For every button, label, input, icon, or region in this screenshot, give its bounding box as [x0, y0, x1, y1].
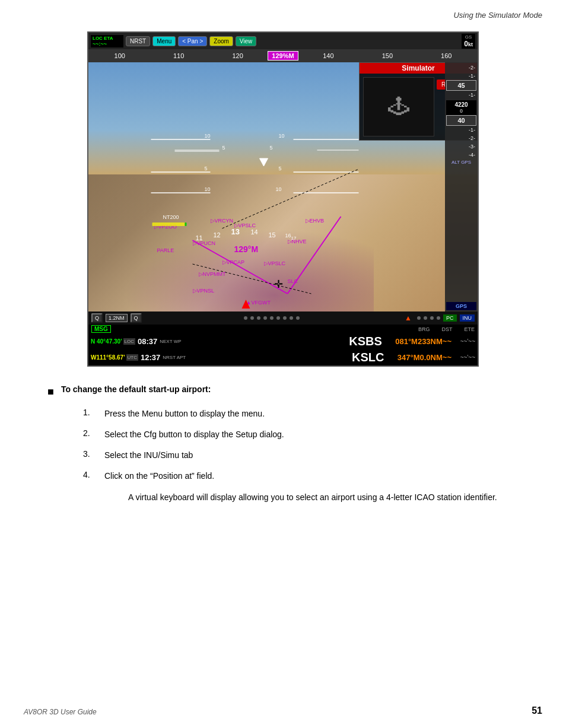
nav-bottom: Q 1.2NM Q ▲ — [88, 311, 478, 325]
zoom-button[interactable]: Zoom — [209, 36, 233, 46]
bullet-section: ■ To change the default start-up airport… — [47, 384, 519, 398]
dist-label: 1.2NM — [106, 314, 128, 322]
gs-label: GS — [464, 34, 473, 40]
step-text-2: Select the Cfg button to display the Set… — [104, 428, 284, 441]
q-button-2[interactable]: Q — [131, 313, 142, 323]
right-tape: -2- -1- 45 -1- 4220 0 40 -1- -2- -3- -4-… — [445, 62, 478, 311]
pc-button[interactable]: PC — [443, 314, 457, 322]
joystick-area: 🕹 — [363, 77, 434, 136]
joystick-icon: 🕹 — [388, 94, 409, 119]
dst-val: 233NM~~ — [418, 337, 451, 346]
speed-160: 160 — [418, 52, 475, 59]
step-num-1: 1. — [83, 408, 95, 420]
avionics-display: LOC ETA ~~:~~ NRST Menu < Pan > Zoom Vie… — [87, 31, 479, 367]
speed-150: 150 — [358, 52, 416, 59]
gs-value: 0kt — [464, 40, 473, 48]
speed-selected: 129%M — [268, 51, 298, 61]
text-content: ■ To change the default start-up airport… — [47, 384, 519, 504]
tape-marker-4c: -4- — [468, 151, 476, 159]
time-utc: 12:37 — [141, 353, 160, 362]
alt-value: 4220 — [447, 101, 475, 108]
step-text-3: Select the INU/Simu tab — [104, 449, 193, 462]
mode-box: GPS — [446, 302, 476, 310]
utc-label: UTC — [126, 354, 138, 361]
tape-marker-1c: -1- — [468, 126, 476, 134]
step-text-1: Press the Menu button to display the men… — [104, 408, 265, 420]
speed-110: 110 — [150, 52, 207, 59]
tape-marker-2c: -2- — [468, 134, 476, 142]
speed-140: 140 — [300, 52, 357, 59]
step-num-2: 2. — [83, 428, 95, 441]
speed-tape: 100 110 120 129%M 140 150 160 — [88, 49, 478, 62]
top-bar: LOC ETA ~~:~~ NRST Menu < Pan > Zoom Vie… — [88, 33, 478, 49]
footer-page: 51 — [532, 705, 542, 716]
pan-button[interactable]: < Pan > — [178, 36, 207, 46]
dot-11 — [424, 316, 427, 320]
dot-7 — [283, 316, 287, 320]
tape-marker-3c: -3- — [468, 142, 476, 151]
msg-area: MSG BRG DST ETE — [88, 325, 478, 333]
sim-image-container: LOC ETA ~~:~~ NRST Menu < Pan > Zoom Vie… — [47, 31, 519, 367]
header-title: Using the Simulator Mode — [453, 11, 542, 20]
dot-9 — [296, 316, 300, 320]
triangle-marker: ▲ — [405, 314, 412, 322]
dest-2: KSLC — [186, 351, 390, 364]
tape-40: 40 — [446, 115, 476, 126]
coord-n: N 40°47.30' — [91, 338, 122, 345]
data-row-1: N 40°47.30' LOC 08:37 NEXT WP KSBS 081°M… — [88, 333, 478, 349]
step-item-1: 1. Press the Menu button to display the … — [83, 408, 519, 420]
coord-w: W111°58.67' — [91, 354, 125, 361]
loc-label: LOC — [123, 338, 135, 345]
alt-sub: 0 — [447, 108, 475, 114]
step-note: A virtual keyboard will display allowing… — [128, 491, 519, 504]
step-item-4: 4. Click on the “Position at” field. — [83, 470, 519, 482]
dot-1 — [244, 316, 247, 320]
steps-list: 1. Press the Menu button to display the … — [83, 408, 519, 504]
ete-label: ETE — [464, 326, 475, 332]
gs-unit: kt — [468, 42, 473, 47]
dot-10 — [417, 316, 421, 320]
dot-2 — [250, 316, 254, 320]
dot-12 — [430, 316, 434, 320]
ete-val: ~~'~~ — [451, 338, 475, 345]
moving-map — [88, 174, 445, 311]
gs-box: GS 0kt — [462, 34, 475, 49]
loc-eta-box: LOC ETA ~~:~~ — [91, 35, 123, 47]
step-num-3: 3. — [83, 449, 95, 462]
step-item-2: 2. Select the Cfg button to display the … — [83, 428, 519, 441]
dots-row-2 — [417, 316, 440, 320]
menu-button[interactable]: Menu — [152, 36, 176, 46]
brg-val: 081°M — [388, 337, 418, 346]
speed-120: 120 — [209, 52, 266, 59]
bottom-labels-row: BRG DST ETE — [418, 326, 475, 332]
nrst-button[interactable]: NRST — [126, 36, 150, 46]
step-item-3: 3. Select the INU/Simu tab — [83, 449, 519, 462]
brg-label: BRG — [418, 326, 430, 332]
content-area: LOC ETA ~~:~~ NRST Menu < Pan > Zoom Vie… — [0, 20, 566, 536]
dot-8 — [290, 316, 293, 320]
footer-product: AV8OR 3D User Guide — [24, 708, 97, 716]
dot-4 — [263, 316, 267, 320]
msg-button[interactable]: MSG — [91, 325, 111, 333]
page-header: Using the Simulator Mode — [0, 0, 566, 20]
tape-marker-1top: -1- — [468, 72, 476, 80]
tape-marker-1b: -1- — [468, 91, 476, 99]
speed-100: 100 — [91, 52, 148, 59]
dot-3 — [257, 316, 260, 320]
dots-row — [145, 316, 400, 320]
dot-5 — [270, 316, 274, 320]
dst-label: DST — [441, 326, 452, 332]
nrstapt-label: NRST APT — [163, 355, 186, 360]
brg-val-2: 347°M — [390, 353, 420, 362]
q-button-1[interactable]: Q — [91, 313, 103, 323]
page-footer: AV8OR 3D User Guide 51 — [0, 705, 566, 716]
map-overlay — [124, 229, 374, 311]
inu-button[interactable]: INU — [460, 314, 475, 322]
step-num-4: 4. — [83, 470, 95, 482]
map-area: 10 10 5 5 5 5 10 10 — [88, 62, 478, 311]
tape-45: 45 — [446, 80, 476, 91]
tape-marker-2top: -2- — [468, 63, 476, 72]
view-button[interactable]: View — [236, 36, 257, 46]
step-text-4: Click on the “Position at” field. — [104, 470, 214, 482]
ete-val-2: ~~'~~ — [451, 354, 475, 361]
